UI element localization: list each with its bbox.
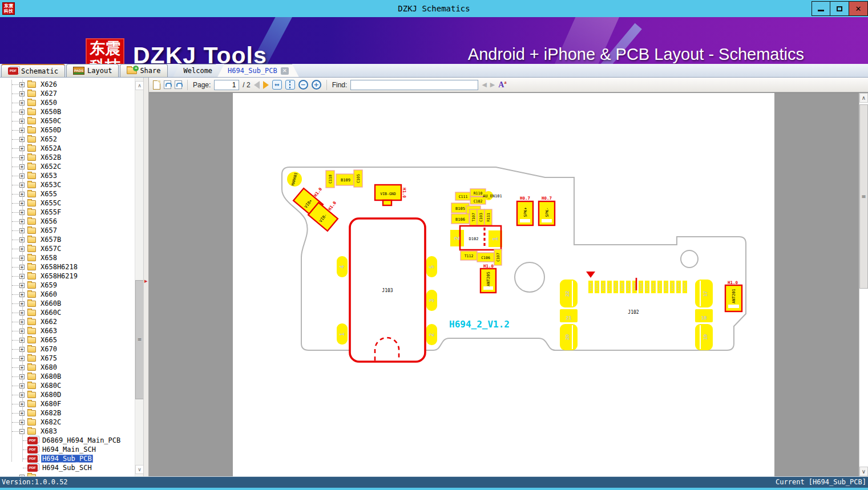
- tree-folder-row[interactable]: + X653: [0, 171, 135, 180]
- tree-document-row[interactable]: PDF H694_Sub_SCH: [0, 463, 135, 472]
- pdf-viewer[interactable]: MARK01 C118 B109 C105 VIB+ H1.0 VIB- H1.…: [149, 92, 868, 476]
- tree-folder-row[interactable]: + X662: [0, 317, 135, 326]
- expand-icon[interactable]: +: [19, 402, 25, 407]
- tree-folder-row[interactable]: + X657C: [0, 244, 135, 253]
- expand-icon[interactable]: +: [19, 110, 25, 115]
- tree-folder-row-expanded[interactable]: − X683: [0, 427, 135, 436]
- scrollbar-thumb[interactable]: ≡: [859, 104, 868, 289]
- expand-icon[interactable]: +: [19, 319, 25, 325]
- tree-folder-row[interactable]: + X660C: [0, 308, 135, 317]
- expand-icon[interactable]: +: [19, 347, 25, 352]
- tree-folder-row[interactable]: + X652: [0, 135, 135, 144]
- tree-folder-row[interactable]: + X652A: [0, 144, 135, 153]
- match-case-icon[interactable]: Aa: [498, 80, 506, 90]
- tree-folder-row[interactable]: + X655F: [0, 208, 135, 217]
- pdf-page[interactable]: MARK01 C118 B109 C105 VIB+ H1.0 VIB- H1.…: [233, 93, 774, 476]
- copy-page-icon[interactable]: [153, 80, 160, 90]
- tree-folder-row[interactable]: + X663: [0, 326, 135, 335]
- tab-schematic[interactable]: PDF Schematic: [1, 64, 65, 77]
- expand-icon[interactable]: +: [19, 310, 25, 315]
- tree-folder-row[interactable]: + X652B: [0, 153, 135, 162]
- tree-folder-row[interactable]: + X665: [0, 335, 135, 345]
- tree-folder-row[interactable]: + X670: [0, 345, 135, 354]
- expand-icon[interactable]: +: [19, 155, 25, 160]
- tree-folder-row[interactable]: + X653C: [0, 180, 135, 189]
- expand-icon[interactable]: +: [19, 301, 25, 306]
- expand-icon[interactable]: +: [19, 256, 25, 261]
- tree-folder-row[interactable]: + X680F: [0, 399, 135, 408]
- tab-close-icon[interactable]: ✕: [281, 67, 289, 75]
- fit-width-icon[interactable]: ↔: [272, 80, 282, 90]
- expand-icon[interactable]: +: [19, 292, 25, 297]
- tree-folder-row[interactable]: + X652C: [0, 162, 135, 171]
- expand-icon[interactable]: +: [19, 383, 25, 388]
- sidebar-splitter[interactable]: ▸: [143, 78, 148, 476]
- tree-folder-row[interactable]: + X680D: [0, 390, 135, 399]
- tree-document-row[interactable]: PDF H694_Sub_PCB: [0, 454, 135, 463]
- tab-layout[interactable]: PADS Layout: [66, 64, 119, 77]
- scroll-up-icon[interactable]: ∧: [135, 81, 144, 90]
- next-page-icon[interactable]: [263, 81, 269, 89]
- tree-folder-row[interactable]: + X659: [0, 281, 135, 290]
- find-input[interactable]: [350, 80, 478, 90]
- tree-folder-row[interactable]: + X658H6219: [0, 272, 135, 281]
- maximize-button[interactable]: [830, 1, 849, 16]
- expand-icon[interactable]: +: [19, 146, 25, 151]
- tree-folder-row[interactable]: + X660B: [0, 299, 135, 308]
- tree-folder-row[interactable]: + X650B: [0, 107, 135, 116]
- expand-icon[interactable]: +: [19, 137, 25, 142]
- expand-icon[interactable]: +: [19, 356, 25, 361]
- viewer-scrollbar[interactable]: ∧ ≡ ∨: [859, 93, 868, 476]
- tree-folder-row[interactable]: + X655: [0, 189, 135, 199]
- expand-icon[interactable]: +: [19, 411, 25, 416]
- scroll-up-icon[interactable]: ∧: [859, 93, 868, 103]
- expand-icon[interactable]: +: [19, 219, 25, 224]
- tree-folder-row[interactable]: + X656: [0, 217, 135, 226]
- expand-icon[interactable]: +: [19, 365, 25, 370]
- expand-icon[interactable]: +: [19, 91, 25, 96]
- expand-icon[interactable]: +: [19, 210, 25, 215]
- zoom-in-icon[interactable]: +: [312, 80, 321, 90]
- expand-icon[interactable]: +: [19, 164, 25, 169]
- collapse-icon[interactable]: −: [19, 429, 25, 434]
- tree-folder-row[interactable]: + X680: [0, 363, 135, 372]
- tree-folder-row[interactable]: + X626: [0, 80, 135, 89]
- close-button[interactable]: ✕: [849, 1, 868, 16]
- expand-icon[interactable]: +: [19, 374, 25, 379]
- expand-icon[interactable]: +: [19, 201, 25, 206]
- page-number-input[interactable]: [214, 80, 239, 90]
- tree-folder-row[interactable]: + X650: [0, 98, 135, 107]
- scrollbar-thumb[interactable]: ≡: [135, 280, 144, 399]
- tree-folder-row[interactable]: + X658H6218: [0, 262, 135, 272]
- expand-icon[interactable]: +: [19, 82, 25, 87]
- expand-icon[interactable]: +: [19, 329, 25, 334]
- tree-folder-row[interactable]: + X650C: [0, 116, 135, 125]
- minimize-button[interactable]: [812, 1, 830, 16]
- tree-folder-row[interactable]: + X657B: [0, 235, 135, 244]
- tree-folder-row[interactable]: + X660: [0, 290, 135, 299]
- tree-folder-row[interactable]: + X658: [0, 253, 135, 262]
- rotate-left-icon[interactable]: [164, 80, 171, 89]
- expand-icon[interactable]: +: [19, 338, 25, 343]
- expand-icon[interactable]: +: [19, 100, 25, 106]
- expand-icon[interactable]: +: [19, 192, 25, 197]
- expand-icon[interactable]: +: [19, 265, 25, 270]
- tree-folder-row[interactable]: + X627: [0, 89, 135, 98]
- expand-icon[interactable]: +: [19, 475, 25, 477]
- fit-page-icon[interactable]: [285, 80, 295, 90]
- previous-page-icon[interactable]: [254, 81, 260, 89]
- tree-folder-row[interactable]: + X657: [0, 226, 135, 235]
- expand-icon[interactable]: +: [19, 420, 25, 425]
- find-next-icon[interactable]: ▶: [490, 81, 495, 89]
- expand-icon[interactable]: +: [19, 274, 25, 279]
- tab-welcome[interactable]: Welcome: [173, 64, 223, 77]
- splitter-collapse-icon[interactable]: ▸: [144, 278, 148, 284]
- sidebar-scrollbar[interactable]: ∧ ≡ ∨: [135, 78, 143, 476]
- tab-share[interactable]: + Share: [120, 64, 167, 77]
- tree-folder-row[interactable]: +: [0, 472, 135, 476]
- tree-folder-row[interactable]: + X680C: [0, 381, 135, 390]
- find-previous-icon[interactable]: ◀: [482, 81, 486, 89]
- tree-document-row[interactable]: PDF D6869_H694_Main_PCB: [0, 436, 135, 445]
- expand-icon[interactable]: +: [19, 119, 25, 124]
- scroll-down-icon[interactable]: ∨: [135, 465, 144, 474]
